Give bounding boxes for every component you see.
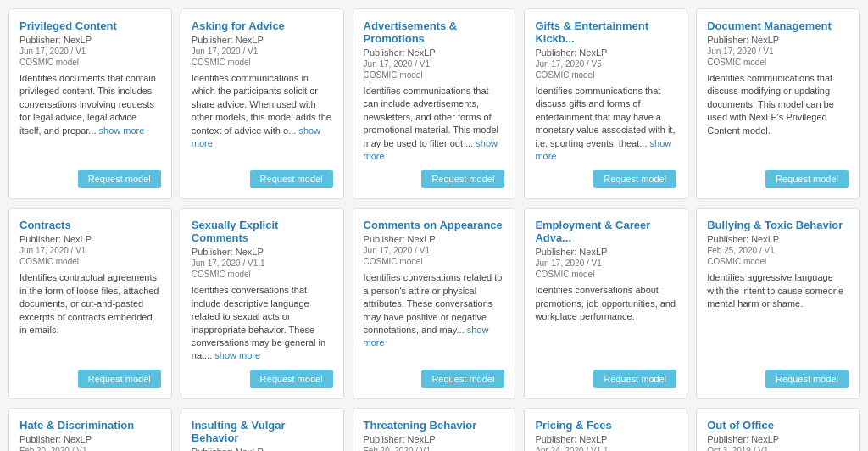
request-model-button[interactable]: Request model [593,170,676,188]
request-model-button[interactable]: Request model [593,370,676,388]
card-publisher: Publisher: NexLP [707,35,849,45]
card-title: Pricing & Fees [535,419,676,432]
card-item: Out of Office Publisher: NexLP Oct 3, 20… [696,408,860,451]
card-title: Document Management [707,19,849,32]
card-item: Gifts & Entertainment Kickb... Publisher… [524,8,687,199]
card-desc: Identifies communications in which the p… [192,72,333,163]
card-model: COSMIC model [707,257,849,266]
card-desc: Identifies documents that contain privil… [19,72,161,163]
card-item: Employment & Career Adva... Publisher: N… [524,208,687,398]
show-more-link[interactable]: show more [99,125,145,136]
card-item: Bullying & Toxic Behavior Publisher: Nex… [696,208,860,398]
show-more-link[interactable]: show more [214,350,260,360]
card-model: COSMIC model [535,70,676,80]
card-footer: Request model [19,370,161,388]
card-title: Threatening Behavior [364,419,505,432]
card-footer: Request model [192,370,333,388]
card-desc: Identifies communications that discuss m… [707,72,849,163]
card-publisher: Publisher: NexLP [364,234,505,244]
card-footer: Request model [364,170,505,188]
request-model-button[interactable]: Request model [78,170,161,188]
card-title: Employment & Career Adva... [535,219,676,244]
card-publisher: Publisher: NexLP [19,434,161,444]
card-meta: Jun 17, 2020 / V1 [192,47,333,56]
card-title: Asking for Advice [192,19,333,32]
card-meta: Feb 20, 2020 / V1 [364,446,505,451]
card-item: Insulting & Vulgar Behavior Publisher: N… [181,408,344,451]
card-item: Contracts Publisher: NexLP Jun 17, 2020 … [8,208,172,398]
card-desc: Identifies conversations that include de… [192,284,333,362]
card-title: Gifts & Entertainment Kickb... [535,19,676,45]
card-title: Insulting & Vulgar Behavior [192,419,333,444]
card-model: COSMIC model [364,257,505,266]
card-title: Contracts [19,219,161,231]
request-model-button[interactable]: Request model [250,170,333,188]
card-meta: Jun 17, 2020 / V1 [535,259,676,268]
card-publisher: Publisher: NexLP [192,35,333,45]
card-title: Comments on Appearance [364,219,505,231]
card-publisher: Publisher: NexLP [535,47,676,58]
card-publisher: Publisher: NexLP [192,247,333,257]
request-model-button[interactable]: Request model [421,370,504,388]
card-publisher: Publisher: NexLP [19,35,161,45]
card-meta: Jun 17, 2020 / V1 [19,47,161,56]
card-item: Sexually Explicit Comments Publisher: Ne… [181,208,344,398]
card-item: Asking for Advice Publisher: NexLP Jun 1… [181,8,344,199]
request-model-button[interactable]: Request model [765,370,849,388]
card-model: COSMIC model [364,70,505,80]
card-item: Document Management Publisher: NexLP Jun… [696,8,860,199]
show-more-link[interactable]: show more [364,325,489,348]
card-desc: Identifies conversations related to a pe… [364,271,505,362]
card-publisher: Publisher: NexLP [707,434,849,444]
card-title: Privileged Content [19,19,161,32]
card-meta: Oct 3, 2019 / V1 [707,446,849,451]
card-desc: Identifies conversations about promotion… [535,284,676,362]
card-meta: Jun 17, 2020 / V1 [364,246,505,255]
card-footer: Request model [19,170,161,188]
card-item: Threatening Behavior Publisher: NexLP Fe… [353,408,516,451]
card-footer: Request model [707,370,849,388]
card-publisher: Publisher: NexLP [364,434,505,444]
show-more-link[interactable]: show more [535,138,671,161]
card-title: Sexually Explicit Comments [192,219,333,244]
card-footer: Request model [192,170,333,188]
card-model: COSMIC model [192,270,333,279]
card-meta: Feb 20, 2020 / V1 [19,446,161,451]
show-more-link[interactable]: show more [192,125,320,148]
request-model-button[interactable]: Request model [250,370,333,388]
request-model-button[interactable]: Request model [765,170,849,188]
show-more-link[interactable]: show more [364,138,498,161]
card-title: Hate & Discrimination [19,419,161,432]
card-model: COSMIC model [19,257,161,266]
card-model: COSMIC model [192,58,333,67]
card-model: COSMIC model [19,58,161,67]
card-footer: Request model [364,370,505,388]
card-footer: Request model [535,170,676,188]
card-item: Hate & Discrimination Publisher: NexLP F… [8,408,172,451]
card-desc: Identifies communications that can inclu… [364,85,505,163]
card-desc: Identifies aggressive language with the … [707,271,849,362]
card-meta: Jun 17, 2020 / V1.1 [192,259,333,268]
card-meta: Apr 24, 2020 / V1.1 [535,446,676,451]
card-meta: Jun 17, 2020 / V1 [364,59,505,69]
card-meta: Feb 25, 2020 / V1 [707,246,849,255]
card-publisher: Publisher: NexLP [364,47,505,58]
card-publisher: Publisher: NexLP [19,234,161,244]
card-item: Privileged Content Publisher: NexLP Jun … [8,8,172,199]
card-title: Advertisements & Promotions [364,19,505,45]
card-grid: Privileged Content Publisher: NexLP Jun … [0,0,868,451]
card-meta: Jun 17, 2020 / V5 [535,59,676,69]
card-publisher: Publisher: NexLP [535,247,676,257]
card-model: COSMIC model [707,58,849,67]
card-item: Advertisements & Promotions Publisher: N… [353,8,516,199]
card-publisher: Publisher: NexLP [192,447,333,451]
card-desc: Identifies communications that discuss g… [535,85,676,163]
card-item: Pricing & Fees Publisher: NexLP Apr 24, … [524,408,687,451]
card-title: Bullying & Toxic Behavior [707,219,849,231]
card-item: Comments on Appearance Publisher: NexLP … [353,208,516,398]
card-meta: Jun 17, 2020 / V1 [19,246,161,255]
request-model-button[interactable]: Request model [421,170,504,188]
request-model-button[interactable]: Request model [78,370,161,388]
card-meta: Jun 17, 2020 / V1 [707,47,849,56]
card-model: COSMIC model [535,270,676,279]
